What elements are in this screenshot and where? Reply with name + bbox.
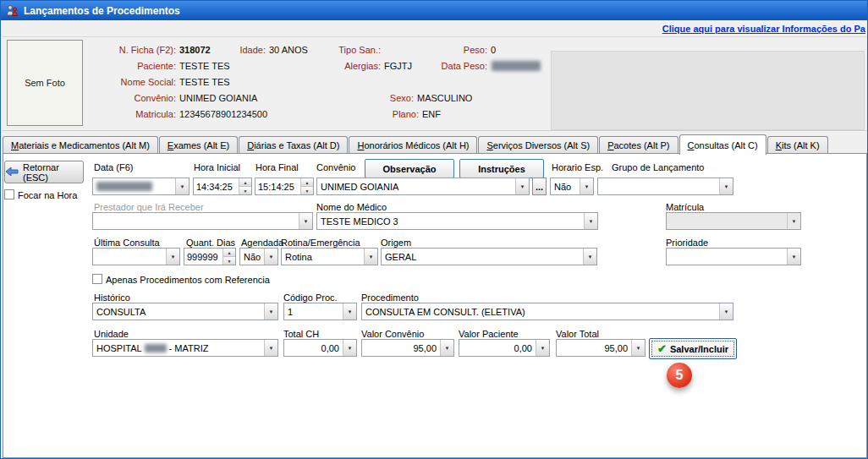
spinner-up-icon[interactable]: ▲ — [223, 249, 235, 256]
chevron-down-icon[interactable]: ▼ — [631, 340, 645, 356]
grupo-lancamento-select[interactable]: ▼ — [597, 178, 733, 195]
tab-honorarios-medicos[interactable]: Honorários Médicos (Alt H) — [349, 136, 477, 153]
convenio-search-button[interactable]: ... — [532, 178, 547, 195]
valor-convenio-value: 95,00 — [362, 340, 440, 356]
spinner-down-icon[interactable]: ▼ — [223, 256, 235, 265]
valor-total-select[interactable]: 95,00 ▼ — [556, 339, 646, 357]
prioridade-select[interactable]: ▼ — [666, 248, 801, 265]
photo-placeholder-label: Sem Foto — [25, 78, 65, 88]
chevron-down-icon[interactable]: ▼ — [166, 249, 179, 265]
salvar-incluir-button[interactable]: ✔ Salvar/Incluir — [649, 338, 737, 359]
tab-exames[interactable]: Exames (Alt E) — [159, 136, 238, 153]
data-f6-select[interactable]: ▼ — [92, 178, 190, 195]
nome-medico-select[interactable]: TESTE MEDICO 3 ▼ — [316, 212, 598, 230]
chevron-down-icon[interactable]: ▼ — [583, 249, 596, 265]
prestador-select[interactable]: ▼ — [92, 212, 313, 230]
instrucoes-button[interactable]: Instruções — [459, 159, 544, 178]
historico-select[interactable]: CONSULTA ▼ — [92, 303, 278, 320]
agendada-label: Agendada — [241, 238, 283, 248]
chevron-down-icon[interactable]: ▼ — [580, 178, 593, 194]
unidade-select[interactable]: HOSPITAL - MATRIZ ▼ — [92, 339, 278, 357]
tab-servicos-diversos[interactable]: Serviços Diversos (Alt S) — [478, 136, 598, 153]
chevron-down-icon[interactable]: ▼ — [515, 178, 529, 194]
total-ch-label: Total CH — [283, 329, 319, 339]
valor-paciente-value: 0,00 — [459, 340, 536, 356]
procedimento-value: CONSULTA EM CONSULT. (ELETIVA) — [362, 303, 719, 320]
quant-dias-spinner[interactable]: 999999 ▲ ▼ — [184, 248, 236, 265]
matricula-form-label: Matrícula — [666, 202, 704, 212]
alergias-value: FGJTJ — [384, 61, 412, 71]
chevron-down-icon[interactable]: ▼ — [584, 213, 597, 229]
unidade-redacted-segment — [145, 344, 167, 352]
codigo-proc-select[interactable]: 1 ▼ — [283, 303, 357, 320]
ultima-consulta-select[interactable]: ▼ — [92, 248, 180, 265]
chevron-down-icon[interactable]: ▼ — [299, 213, 312, 229]
valor-convenio-label: Valor Convênio — [361, 329, 424, 339]
agendada-value: Não — [240, 249, 264, 265]
chevron-down-icon[interactable]: ▼ — [264, 340, 277, 356]
chevron-down-icon[interactable]: ▼ — [343, 303, 356, 320]
chevron-down-icon[interactable]: ▼ — [536, 340, 549, 356]
retornar-button[interactable]: Retornar (ESC) — [4, 161, 84, 183]
convenio-select[interactable]: UNIMED GOIANIA ▼ — [316, 178, 530, 195]
nome-social-value: TESTE TES — [179, 77, 230, 87]
valor-convenio-select[interactable]: 95,00 ▼ — [361, 339, 454, 357]
paciente-label: Paciente: — [85, 61, 176, 71]
focar-na-hora-checkbox[interactable] — [4, 189, 14, 199]
agendada-select[interactable]: Não ▼ — [239, 248, 278, 265]
tab-consultas[interactable]: Consultas (Alt C) — [679, 134, 766, 155]
hora-inicial-label: Hora Inicial — [194, 162, 240, 172]
horario-esp-label: Horario Esp. — [552, 162, 603, 172]
sexo-label: Sexo: — [356, 93, 414, 103]
chevron-down-icon[interactable]: ▼ — [719, 303, 733, 320]
hora-inicial-spinner[interactable]: 14:34:25 ▲ ▼ — [193, 178, 252, 195]
valor-paciente-label: Valor Paciente — [459, 329, 519, 339]
valor-paciente-select[interactable]: 0,00 ▼ — [459, 339, 550, 357]
rotina-emergencia-select[interactable]: Rotina ▼ — [281, 248, 378, 265]
title-bar: Lançamentos de Procedimentos — [1, 1, 867, 20]
total-ch-select[interactable]: 0,00 ▼ — [283, 339, 357, 357]
data-f6-label: Data (F6) — [94, 162, 133, 172]
chevron-down-icon[interactable]: ▼ — [787, 249, 800, 265]
hora-final-value: 15:14:25 — [255, 178, 300, 194]
prestador-label: Prestador que Irá Receber — [94, 202, 204, 212]
chevron-down-icon[interactable]: ▼ — [364, 249, 377, 265]
spinner-up-icon[interactable]: ▲ — [239, 178, 251, 186]
chevron-down-icon[interactable]: ▼ — [440, 340, 453, 356]
procedures-window: Lançamentos de Procedimentos Clique aqui… — [0, 0, 868, 459]
convenio-value: UNIMED GOIANIA — [317, 178, 515, 194]
tab-diarias-taxas[interactable]: Diárias e Taxas (Alt D) — [239, 136, 348, 153]
origem-select[interactable]: GERAL ▼ — [381, 248, 597, 265]
procedimento-select[interactable]: CONSULTA EM CONSULT. (ELETIVA) ▼ — [361, 303, 733, 320]
valor-total-label: Valor Total — [556, 329, 599, 339]
chevron-down-icon[interactable]: ▼ — [719, 178, 733, 194]
spinner-up-icon[interactable]: ▲ — [301, 178, 313, 186]
plano-value: ENF — [422, 109, 441, 119]
idade-label: Idade: — [204, 45, 266, 55]
historico-label: Histórico — [94, 292, 130, 303]
tab-kits[interactable]: Kits (Alt K) — [767, 136, 828, 153]
total-ch-value: 0,00 — [284, 340, 343, 356]
chevron-down-icon[interactable]: ▼ — [264, 249, 277, 265]
ellipsis-icon: ... — [536, 182, 543, 192]
tab-pacotes[interactable]: Pacotes (Alt P) — [599, 136, 678, 153]
horario-esp-select[interactable]: Não ▼ — [550, 178, 594, 195]
tab-materiais-medicamentos[interactable]: Materiais e Medicamentos (Alt M) — [3, 136, 158, 153]
peso-label: Peso: — [441, 45, 487, 55]
hora-final-spinner[interactable]: 15:14:25 ▲ ▼ — [255, 178, 314, 195]
apenas-referencia-checkbox[interactable] — [92, 274, 102, 284]
chevron-down-icon[interactable]: ▼ — [343, 340, 356, 356]
observacao-button[interactable]: Observação — [365, 159, 454, 178]
tipo-san-label: Tipo San.: — [322, 45, 381, 55]
spinner-down-icon[interactable]: ▼ — [239, 186, 251, 194]
rotina-emergencia-value: Rotina — [282, 249, 364, 265]
focar-na-hora-label: Focar na Hora — [18, 190, 77, 200]
patient-info-link[interactable]: Clique aqui para visualizar Informações … — [662, 24, 865, 34]
chevron-down-icon[interactable]: ▼ — [264, 303, 277, 320]
prioridade-value — [667, 249, 787, 265]
spinner-down-icon[interactable]: ▼ — [301, 186, 313, 194]
alergias-label: Alergias: — [322, 61, 381, 71]
sexo-value: MASCULINO — [417, 93, 472, 103]
chevron-down-icon[interactable]: ▼ — [175, 178, 189, 194]
unidade-label: Unidade — [94, 329, 129, 339]
